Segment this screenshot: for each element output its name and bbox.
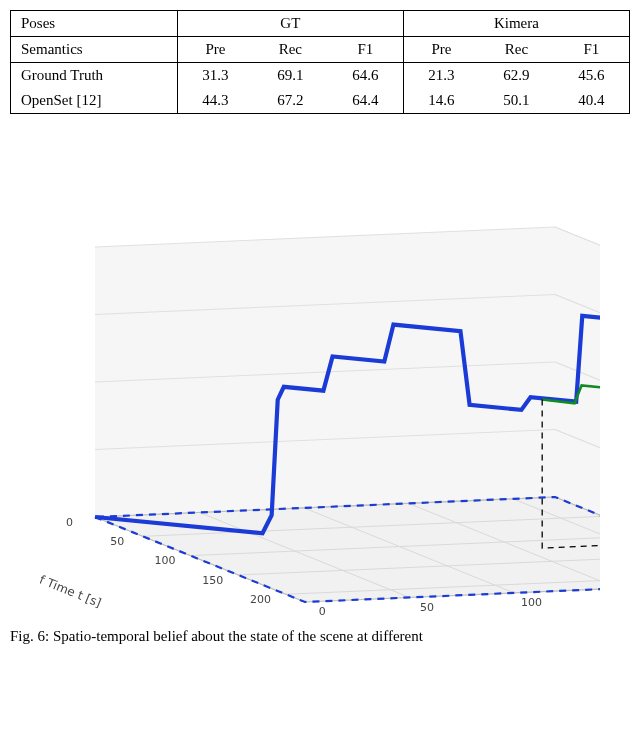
- svg-text:50: 50: [110, 535, 124, 548]
- cell: 62.9: [479, 63, 554, 89]
- svg-text:0: 0: [319, 605, 326, 618]
- table-row: OpenSet [12] 44.3 67.2 64.4 14.6 50.1 40…: [11, 88, 630, 114]
- hdr-gt: GT: [177, 11, 403, 37]
- svg-text:50: 50: [420, 601, 434, 614]
- col-rec: Rec: [253, 37, 328, 63]
- svg-text:Robot Time T [s]: Robot Time T [s]: [567, 609, 600, 622]
- hdr-semantics: Semantics: [11, 37, 178, 63]
- hdr-kimera: Kimera: [403, 11, 629, 37]
- row-label: OpenSet [12]: [11, 88, 178, 114]
- svg-text:200: 200: [250, 593, 271, 606]
- svg-text:100: 100: [155, 554, 176, 567]
- cell: 45.6: [554, 63, 630, 89]
- cell: 69.1: [253, 63, 328, 89]
- svg-text:Belief Time t [s]: Belief Time t [s]: [40, 562, 103, 611]
- col-f1: F1: [554, 37, 630, 63]
- svg-text:150: 150: [202, 574, 223, 587]
- cell: 50.1: [479, 88, 554, 114]
- table-row: Ground Truth 31.3 69.1 64.6 21.3 62.9 45…: [11, 63, 630, 89]
- svg-text:0: 0: [66, 516, 73, 529]
- cell: 64.6: [328, 63, 404, 89]
- hdr-poses: Poses: [11, 11, 178, 37]
- figure-caption: Fig. 6: Spatio-temporal belief about the…: [10, 628, 630, 645]
- chart-svg: 0501001502000501001502000.025.050.075.01…: [40, 122, 600, 622]
- figure-3d-chart: 0501001502000501001502000.025.050.075.01…: [40, 122, 600, 622]
- cell: 67.2: [253, 88, 328, 114]
- cell: 64.4: [328, 88, 404, 114]
- cell: 31.3: [177, 63, 253, 89]
- cell: 21.3: [403, 63, 479, 89]
- cell: 14.6: [403, 88, 479, 114]
- col-pre: Pre: [403, 37, 479, 63]
- col-rec: Rec: [479, 37, 554, 63]
- col-f1: F1: [328, 37, 404, 63]
- svg-text:100: 100: [521, 596, 542, 609]
- row-label: Ground Truth: [11, 63, 178, 89]
- cell: 44.3: [177, 88, 253, 114]
- cell: 40.4: [554, 88, 630, 114]
- results-table: Poses GT Kimera Semantics Pre Rec F1 Pre…: [10, 10, 630, 114]
- col-pre: Pre: [177, 37, 253, 63]
